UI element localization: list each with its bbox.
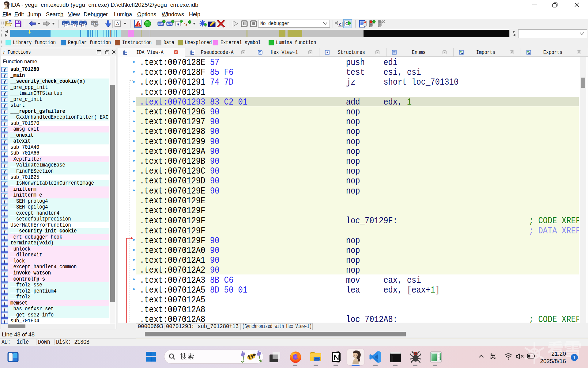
svg-text:T: T [74,24,76,27]
svg-text:CODE: CODE [158,23,163,25]
svg-text:DATA: DATA [167,23,172,25]
svg-text:C: C [345,21,348,26]
svg-text:‘s: ‘s [184,22,187,27]
svg-text:A: A [177,22,179,26]
svg-text:A: A [326,51,328,54]
svg-text:101: 101 [81,24,86,27]
svg-text:32: 32 [414,352,417,355]
svg-text:C: C [339,22,342,27]
svg-text:#: # [65,24,67,27]
